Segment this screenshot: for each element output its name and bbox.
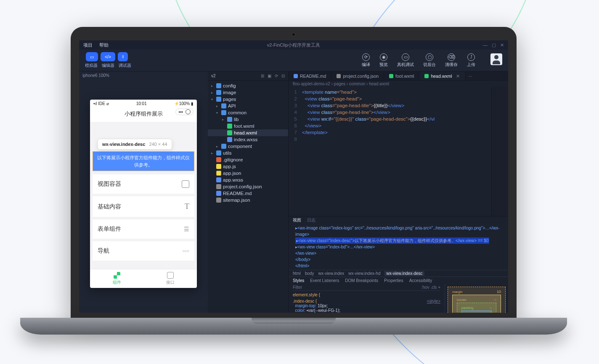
breadcrumb[interactable]: fino-applet-demo-v2 › pages › common › h… — [289, 81, 508, 87]
minimap[interactable] — [491, 87, 508, 216]
tabs-more[interactable]: ··· — [465, 71, 476, 80]
code-area[interactable]: <template name="head"> <view class="page… — [300, 87, 491, 216]
tool-clear[interactable]: ⌫清缓存 — [445, 53, 458, 68]
tab-editor-label: 编辑器 — [102, 63, 114, 69]
editor-tab[interactable]: foot.wxml — [384, 71, 419, 80]
devtools-panel-tabs: Styles Event Listeners DOM Breakpoints P… — [289, 277, 508, 284]
devtab-view[interactable]: 视图 — [293, 217, 301, 223]
phone-body: wx-view.index-desc 240 × 44 以下将展示小程序官方组件… — [90, 122, 197, 269]
menubar: 项目 帮助 v2-FinClip小程序开发工具 — ▢ ✕ — [79, 40, 508, 50]
paneltab-styles[interactable]: Styles — [293, 278, 304, 283]
menu-help[interactable]: 帮助 — [99, 42, 109, 48]
tree-node[interactable]: ▸image — [208, 89, 288, 96]
devtools-tabs: 视图 日志 — [289, 216, 508, 224]
tooltip-size: 240 × 44 — [149, 142, 167, 147]
paneltab-dom-bp[interactable]: DOM Breakpoints — [345, 278, 378, 283]
tree-node[interactable]: ▸API — [208, 103, 288, 109]
editor-tab[interactable]: project.config.json — [331, 71, 384, 80]
menu-project[interactable]: 项目 — [83, 42, 93, 48]
box-content: 240 × 44 — [461, 311, 492, 313]
laptop-base — [20, 318, 567, 335]
tree-node[interactable]: head.wxml — [208, 129, 288, 136]
tool-upload[interactable]: ⤴上传 — [467, 53, 475, 68]
refresh-icon[interactable]: ⟳ — [275, 74, 278, 78]
tree-node[interactable]: ▸config — [208, 82, 288, 89]
dom-tree[interactable]: ▸<wx-image class="index-logo" src="../re… — [289, 224, 508, 270]
list-item[interactable]: 基础内容T — [93, 196, 194, 217]
status-battery: ⚡100% ▮ — [174, 101, 193, 106]
tree-node[interactable]: project.config.json — [208, 183, 288, 190]
menu-icon: ☰ — [184, 226, 189, 232]
tree-header-icons: ⊞ ▣ ⟳ ⊟ — [261, 74, 285, 78]
paneltab-props[interactable]: Properties — [384, 278, 403, 283]
close-icon[interactable]: ✕ — [500, 42, 504, 48]
highlighted-element[interactable]: 以下将展示小程序官方组件能力，组件样式仅供参考。 — [93, 151, 194, 171]
tree-node[interactable]: README.md — [208, 190, 288, 197]
menu-list: 视图容器 基础内容T 表单组件☰ 导航○○○ — [93, 174, 194, 261]
tab-debugger-label: 调试器 — [119, 63, 131, 69]
collapse-icon[interactable]: ⊟ — [281, 74, 285, 78]
tab-editor[interactable]: </> — [101, 52, 115, 61]
styles-panel[interactable]: Filter:hov .cls + element.style { <style… — [289, 284, 445, 313]
phone-actions[interactable]: ••• — [175, 108, 193, 115]
tree-node[interactable]: .gitignore — [208, 156, 288, 163]
editor-tabs: README.mdproject.config.jsonfoot.wxmlhea… — [289, 71, 508, 81]
workspace: iphone6 100% •ıl IDE ⌀ 10:01 ⚡100% ▮ 小程序… — [79, 71, 508, 313]
filter-actions[interactable]: :hov .cls + — [421, 285, 440, 290]
tool-preview[interactable]: ◉预览 — [379, 53, 388, 68]
tree-node[interactable]: sitemap.json — [208, 197, 288, 203]
tab-simulator[interactable]: ▭ — [86, 52, 98, 61]
tree-root: v2 — [211, 74, 216, 78]
tree-node[interactable]: ▾pages — [208, 96, 288, 103]
minimize-icon[interactable]: — — [483, 42, 488, 48]
list-item[interactable]: 视图容器 — [93, 174, 194, 194]
tree-node[interactable]: ▾common — [208, 109, 288, 116]
filter-label[interactable]: Filter — [293, 285, 302, 290]
tree-node[interactable]: index.wxss — [208, 136, 288, 143]
phone-frame: •ıl IDE ⌀ 10:01 ⚡100% ▮ 小程序组件展示 ••• wx-v… — [90, 100, 197, 288]
avatar[interactable] — [490, 53, 502, 65]
tool-background[interactable]: ▢切后台 — [423, 53, 436, 68]
simulator-panel: iphone6 100% •ıl IDE ⌀ 10:01 ⚡100% ▮ 小程序… — [79, 71, 208, 313]
new-folder-icon[interactable]: ▣ — [268, 74, 271, 78]
tool-remote[interactable]: ▭真机调试 — [397, 53, 414, 68]
devtab-log[interactable]: 日志 — [307, 217, 315, 223]
phone-statusbar: •ıl IDE ⌀ 10:01 ⚡100% ▮ — [90, 100, 197, 108]
gutter: 12345678 — [289, 87, 300, 216]
ide-screen: 项目 帮助 v2-FinClip小程序开发工具 — ▢ ✕ ▭ </> ⫴ — [79, 40, 508, 313]
tab-debugger[interactable]: ⫴ — [118, 52, 128, 61]
tree-node[interactable]: ▸utils — [208, 150, 288, 156]
tree-node[interactable]: ▸lib — [208, 116, 288, 123]
tree-node[interactable]: ▸component — [208, 143, 288, 150]
devtools-body: Filter:hov .cls + element.style { <style… — [289, 284, 508, 313]
list-item[interactable]: 导航○○○ — [93, 241, 194, 261]
tabbar-component[interactable]: 组件 — [90, 269, 143, 288]
tree-header: v2 ⊞ ▣ ⟳ ⊟ — [208, 71, 288, 81]
paneltab-events[interactable]: Event Listeners — [310, 278, 339, 283]
tree-node[interactable]: app.js — [208, 163, 288, 170]
file-tree: v2 ⊞ ▣ ⟳ ⊟ ▸config▸image▾pages▸API▾commo… — [208, 71, 289, 313]
tabbar-api[interactable]: 接口 — [143, 269, 197, 288]
tree-node[interactable]: app.json — [208, 170, 288, 177]
simulator-device[interactable]: iphone6 100% — [79, 71, 208, 79]
tree-body: ▸config▸image▾pages▸API▾common▸libfoot.w… — [208, 81, 288, 205]
maximize-icon[interactable]: ▢ — [492, 42, 496, 48]
mode-tabs: ▭ </> ⫴ 模拟器 编辑器 调试器 — [85, 52, 131, 69]
window-title: v2-FinClip小程序开发工具 — [267, 42, 321, 48]
phone-title-text: 小程序组件展示 — [125, 111, 163, 117]
paneltab-a11y[interactable]: Accessibility — [409, 278, 432, 283]
phone-title: 小程序组件展示 ••• — [90, 108, 197, 122]
laptop-frame: 项目 帮助 v2-FinClip小程序开发工具 — ▢ ✕ ▭ </> ⫴ — [71, 27, 517, 335]
code-editor[interactable]: 12345678 <template name="head"> <view cl… — [289, 87, 508, 216]
tab-simulator-label: 模拟器 — [85, 63, 98, 69]
status-signal: •ıl IDE ⌀ — [93, 101, 109, 106]
dom-breadcrumb[interactable]: html body wx-view.index wx-view.index-hd… — [289, 270, 508, 277]
new-file-icon[interactable]: ⊞ — [261, 74, 264, 78]
editor-tab[interactable]: README.md — [289, 71, 331, 80]
tool-compile[interactable]: ⟳编译 — [362, 53, 370, 68]
editor-tab[interactable]: head.wxml✕ — [419, 71, 465, 80]
tree-node[interactable]: foot.wxml — [208, 123, 288, 129]
camera-dot — [292, 33, 295, 36]
tree-node[interactable]: app.wxss — [208, 177, 288, 183]
list-item[interactable]: 表单组件☰ — [93, 219, 194, 239]
